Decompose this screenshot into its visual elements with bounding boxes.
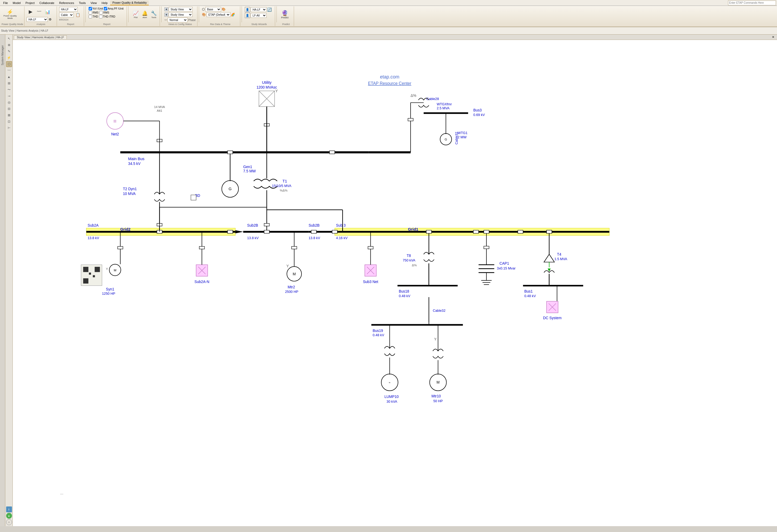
command-search[interactable] bbox=[728, 1, 776, 5]
canvas-content: etap.com ETAP Resource Center Utility 12… bbox=[13, 40, 777, 526]
menu-tools[interactable]: Tools bbox=[77, 1, 88, 5]
analysis-chart-btn[interactable]: 📊 bbox=[44, 7, 51, 16]
menu-project[interactable]: Project bbox=[23, 1, 37, 5]
mtr10-y: Y bbox=[434, 337, 436, 341]
report-icon-btn[interactable]: 📋 bbox=[74, 12, 82, 18]
rms-checkbox[interactable] bbox=[89, 11, 92, 14]
analysis-wave-btn[interactable]: 〰 bbox=[35, 7, 43, 16]
sidebar-btn-hex[interactable]: ⬡ bbox=[6, 61, 12, 67]
menu-collaborate[interactable]: Collaborate bbox=[37, 1, 57, 5]
thd-checkbox[interactable] bbox=[89, 15, 92, 18]
sidebar-btn-wave[interactable]: 〰 bbox=[6, 68, 12, 74]
sidebar-btn-box[interactable]: ⊠ bbox=[6, 112, 12, 118]
switch-sub2an bbox=[199, 246, 205, 249]
ribbon-group-plot: 📈 Plot 🔔 Alert 🔧 Tools bbox=[130, 6, 160, 26]
rms-check[interactable]: RMS bbox=[89, 11, 98, 14]
view2-dropdown[interactable]: Study View bbox=[169, 12, 193, 17]
predict-group-label: Predict bbox=[278, 23, 294, 25]
thd-check[interactable]: THD bbox=[89, 15, 98, 18]
revdata-row2: 🎨 ETAP (Default) 🌈 bbox=[202, 12, 235, 17]
sidebar-btn-dash[interactable]: ⊢ bbox=[6, 125, 12, 131]
sub2a-n-label: Sub2A-N bbox=[195, 280, 209, 284]
plot-btn[interactable]: 📈 Plot bbox=[131, 7, 140, 22]
canvas-tab-bar: Study View | Harmonic Analysis | HA-LF ✕ bbox=[13, 34, 777, 40]
rms2-checkbox[interactable] bbox=[99, 11, 103, 14]
sidebar-btn-circle[interactable]: ◎ bbox=[6, 100, 12, 105]
sidebar-btn-connect[interactable]: ⊸ bbox=[6, 93, 12, 99]
sub2b2-label: Sub2B bbox=[309, 224, 320, 228]
wtgxfmr-value: 2.5 MVA bbox=[437, 106, 449, 110]
rms2-check[interactable]: RMS bbox=[99, 11, 109, 14]
amp-check[interactable]: Amp,PF /Unit bbox=[104, 7, 123, 10]
thd2-checkbox[interactable] bbox=[99, 15, 102, 18]
sidebar-btn-circle2[interactable]: ○ bbox=[6, 519, 12, 525]
phase-dropdown[interactable]: Normal bbox=[168, 18, 188, 22]
menu-view[interactable]: View bbox=[88, 1, 99, 5]
mtr2-sym: M bbox=[293, 272, 296, 276]
alert-btn[interactable]: 🔔 Alert bbox=[140, 7, 149, 22]
config-dropdown[interactable]: HA-LF bbox=[59, 7, 78, 12]
mtr10-value: 50 HP bbox=[433, 399, 443, 403]
sidebar-btn-grid[interactable]: ⊞ bbox=[6, 80, 12, 86]
pqmode-btn[interactable]: ⚡ Power QualityMode bbox=[2, 7, 18, 22]
menu-references[interactable]: References bbox=[57, 1, 76, 5]
tools-icon: 🔧 bbox=[151, 10, 157, 16]
amp-checkbox[interactable] bbox=[104, 7, 107, 10]
tools-btn[interactable]: 🔧 Tools bbox=[149, 7, 158, 22]
qr-c2 bbox=[93, 275, 95, 277]
report-row2: Cable 📋 bbox=[59, 12, 82, 18]
bus3-label: Bus3 bbox=[473, 108, 482, 112]
sidebar-btn-minus[interactable]: ⊟ bbox=[6, 106, 12, 112]
etap-resource-link[interactable]: ETAP Resource Center bbox=[368, 81, 411, 86]
cable32-label2: Cable32 bbox=[433, 308, 446, 312]
sidebar-btn-info[interactable]: i bbox=[6, 507, 12, 512]
base-icon: ⬡ bbox=[202, 7, 205, 11]
etap-link[interactable]: etap.com bbox=[380, 74, 400, 80]
plot-icon: 📈 bbox=[133, 10, 139, 16]
study-case2-dropdown[interactable]: HA-LF bbox=[251, 7, 266, 12]
menu-model[interactable]: Model bbox=[11, 1, 23, 5]
menu-bar: File Model Project Collaborate Reference… bbox=[0, 0, 777, 6]
menu-file[interactable]: File bbox=[1, 1, 10, 5]
cable-dropdown[interactable]: Cable bbox=[59, 12, 74, 17]
alt1-value: 14 MVA bbox=[154, 105, 165, 109]
menu-help[interactable]: Help bbox=[100, 1, 110, 5]
sub2b1-label: Sub2B bbox=[247, 224, 258, 228]
menu-pqr[interactable]: Power Quality & Reliability bbox=[110, 1, 149, 5]
canvas-tab-main[interactable]: Study View | Harmonic Analysis | HA-LF bbox=[14, 35, 67, 39]
theme-dropdown[interactable]: ETAP (Default) bbox=[207, 12, 230, 17]
chart-icon: 📊 bbox=[45, 9, 50, 14]
predict-btn[interactable]: 🔮 Predict bbox=[280, 7, 290, 22]
revdata-row1: ⬡ Base 🎨 bbox=[202, 7, 226, 12]
view1-dropdown[interactable]: Study View bbox=[169, 7, 193, 12]
net2-symbol: ⊠ bbox=[113, 119, 117, 123]
pv-check[interactable]: %V /Unit bbox=[89, 7, 103, 10]
sidebar-btn-edit[interactable]: ✎ bbox=[6, 48, 12, 54]
study-case-dropdown[interactable]: HA-LF bbox=[27, 17, 48, 22]
report-row1: HA-LF bbox=[59, 7, 78, 12]
analysis-run-btn[interactable]: ▶ bbox=[27, 7, 34, 16]
sidebar-btn-green[interactable]: ● bbox=[6, 513, 12, 519]
switch-t8-bus bbox=[426, 230, 432, 233]
alert-icon: 🔔 bbox=[142, 10, 148, 16]
switch-t4-bus bbox=[547, 230, 552, 233]
views-row3: 〰 Normal Phase bbox=[164, 18, 196, 22]
close-tab-btn[interactable]: ✕ bbox=[770, 35, 776, 39]
sidebar-btn-select[interactable]: ↖ bbox=[6, 36, 12, 41]
switch-sub3net bbox=[368, 246, 373, 249]
display-row3: THD THD /TRD bbox=[89, 15, 115, 18]
report-date: 8/9/2024 bbox=[59, 18, 69, 21]
thd2-check[interactable]: THD /TRD bbox=[99, 15, 115, 18]
sidebar-btn-add[interactable]: ⊕ bbox=[6, 42, 12, 48]
pv-checkbox[interactable] bbox=[89, 7, 92, 10]
bus1-label: Bus1 bbox=[524, 289, 533, 293]
report-group-label: Report bbox=[58, 23, 84, 25]
lump10-sym: ≈ bbox=[389, 381, 391, 384]
switch-mainbus1 bbox=[227, 151, 233, 154]
lf-all-dropdown[interactable]: LF-All bbox=[251, 13, 266, 18]
sidebar-btn-box2[interactable]: ⊡ bbox=[6, 119, 12, 125]
sidebar-btn-curve[interactable]: 〜 bbox=[6, 87, 12, 93]
sidebar-btn-power[interactable]: ⚡ bbox=[6, 55, 12, 60]
base-dropdown[interactable]: Base bbox=[205, 7, 221, 12]
sidebar-btn-triangle[interactable]: ▲ bbox=[6, 74, 12, 80]
